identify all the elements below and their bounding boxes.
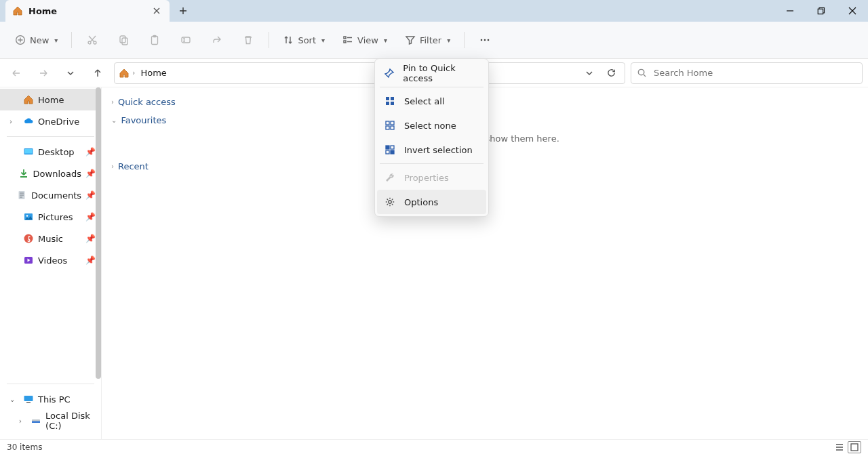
pin-icon: [384, 67, 395, 79]
group-label: Recent: [118, 161, 149, 171]
this-pc-icon: [23, 394, 34, 405]
home-icon: [12, 5, 23, 16]
svg-rect-6: [122, 38, 127, 45]
svg-rect-32: [386, 121, 389, 125]
new-button[interactable]: New ▾: [9, 28, 63, 52]
search-icon: [637, 68, 647, 78]
menu-properties: Properties: [377, 165, 486, 190]
rename-button[interactable]: [174, 28, 198, 52]
search-box[interactable]: [631, 62, 863, 84]
more-button[interactable]: [473, 28, 497, 52]
address-bar[interactable]: › Home: [114, 62, 625, 84]
toolbar-divider: [269, 32, 269, 48]
desktop-icon: [23, 146, 34, 157]
svg-rect-39: [391, 150, 394, 154]
delete-button[interactable]: [236, 28, 260, 52]
menu-label: Select all: [404, 96, 444, 106]
chevron-down-icon: ⌄: [111, 117, 117, 124]
svg-point-13: [484, 39, 486, 41]
menu-select-all[interactable]: Select all: [377, 89, 486, 113]
svg-rect-29: [391, 97, 394, 100]
up-button[interactable]: [87, 62, 108, 84]
toolbar-divider: [464, 32, 465, 48]
svg-rect-36: [386, 146, 389, 149]
svg-rect-26: [32, 421, 40, 424]
pin-icon[interactable]: 📌: [85, 169, 96, 178]
titlebar: Home: [0, 0, 868, 22]
home-icon: [119, 68, 130, 79]
paste-button[interactable]: [142, 28, 167, 52]
pin-icon[interactable]: 📌: [85, 255, 96, 265]
home-icon: [23, 94, 34, 105]
menu-select-none[interactable]: Select none: [377, 113, 486, 138]
thumbnails-view-button[interactable]: [848, 441, 861, 453]
sidebar-item-desktop[interactable]: Desktop 📌: [0, 141, 101, 163]
toolbar: New ▾ Sort ▾ View ▾ Filter ▾: [0, 22, 868, 59]
breadcrumb-home[interactable]: Home: [138, 66, 169, 79]
sort-button[interactable]: Sort ▾: [277, 28, 330, 52]
pin-icon[interactable]: 📌: [85, 234, 96, 243]
chevron-right-icon: ›: [111, 98, 114, 106]
menu-invert-selection[interactable]: Invert selection: [377, 138, 486, 162]
sidebar-item-local-disk[interactable]: › Local Disk (C:): [0, 410, 101, 432]
view-button[interactable]: View ▾: [337, 28, 393, 52]
forward-button[interactable]: [33, 62, 54, 84]
menu-pin-quick-access[interactable]: Pin to Quick access: [377, 61, 486, 85]
menu-options[interactable]: Options: [377, 190, 486, 214]
sidebar-item-label: OneDrive: [38, 117, 79, 127]
breadcrumb-label: Home: [140, 68, 166, 78]
sidebar-item-onedrive[interactable]: › OneDrive: [0, 110, 101, 132]
svg-rect-9: [182, 37, 190, 43]
svg-point-3: [88, 41, 91, 44]
select-all-icon: [384, 95, 396, 107]
sidebar-item-label: Music: [38, 234, 63, 244]
svg-rect-24: [26, 402, 31, 403]
filter-button[interactable]: Filter ▾: [399, 28, 456, 52]
expand-icon[interactable]: ›: [9, 118, 19, 125]
menu-label: Properties: [404, 173, 449, 183]
scrollbar-thumb[interactable]: [96, 87, 101, 379]
sidebar-item-home[interactable]: Home: [0, 89, 101, 110]
svg-rect-27: [851, 444, 858, 451]
group-label: Favourites: [121, 115, 166, 125]
refresh-button[interactable]: [601, 64, 620, 83]
svg-point-14: [488, 39, 490, 41]
collapse-icon[interactable]: ⌄: [9, 396, 19, 403]
address-history-button[interactable]: [580, 64, 599, 83]
sidebar-item-documents[interactable]: Documents 📌: [0, 184, 101, 206]
sort-label: Sort: [298, 35, 316, 45]
search-input[interactable]: [652, 67, 856, 79]
expand-icon[interactable]: ›: [19, 417, 26, 425]
sidebar-item-pictures[interactable]: Pictures 📌: [0, 206, 101, 228]
svg-rect-1: [818, 9, 823, 14]
sidebar-item-this-pc[interactable]: ⌄ This PC: [0, 388, 101, 410]
sidebar-divider: [7, 136, 94, 137]
share-button[interactable]: [205, 28, 229, 52]
sidebar-item-music[interactable]: Music 📌: [0, 228, 101, 249]
chevron-down-icon: ▾: [54, 37, 58, 44]
sidebar-item-videos[interactable]: Videos 📌: [0, 249, 101, 271]
sidebar-item-label: This PC: [38, 394, 71, 405]
svg-rect-17: [25, 149, 33, 154]
sidebar-item-label: Videos: [38, 255, 67, 266]
minimize-button[interactable]: [774, 0, 806, 22]
view-label: View: [357, 35, 378, 45]
pin-icon[interactable]: 📌: [85, 190, 96, 200]
tab-close-button[interactable]: [151, 5, 163, 17]
sidebar-item-downloads[interactable]: Downloads 📌: [0, 163, 101, 184]
back-button[interactable]: [5, 62, 27, 84]
tab-home[interactable]: Home: [5, 0, 170, 22]
cut-button[interactable]: [80, 28, 104, 52]
new-tab-button[interactable]: [174, 1, 193, 20]
sidebar-item-label: Documents: [31, 190, 81, 201]
toolbar-divider: [71, 32, 72, 48]
maximize-button[interactable]: [806, 0, 837, 22]
copy-button[interactable]: [111, 28, 136, 52]
pin-icon[interactable]: 📌: [85, 147, 96, 157]
sidebar-item-label: Local Disk (C:): [45, 411, 96, 431]
close-window-button[interactable]: [837, 0, 868, 22]
pin-icon[interactable]: 📌: [85, 212, 96, 222]
svg-rect-35: [391, 126, 394, 129]
details-view-button[interactable]: [833, 441, 846, 453]
recent-locations-button[interactable]: [60, 62, 81, 84]
